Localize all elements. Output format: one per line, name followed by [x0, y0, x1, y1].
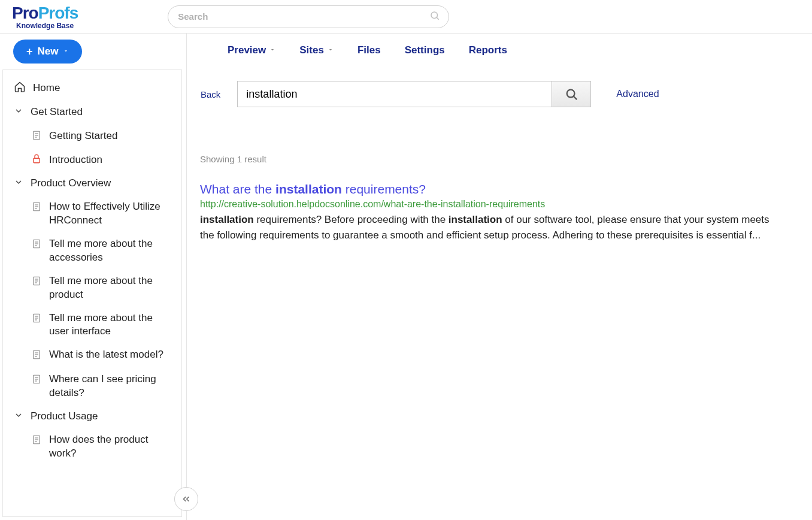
results-count: Showing 1 result [200, 154, 775, 164]
sidebar: + New HomeGet StartedGetting StartedIntr… [0, 34, 187, 520]
tab-label: Files [357, 44, 381, 56]
sidebar-item-doc[interactable]: How to Effectively Utilize HRConnect [3, 195, 181, 232]
svg-rect-6 [34, 158, 40, 163]
sidebar-item-doc[interactable]: Tell me more about the user interface [3, 307, 181, 344]
result-title[interactable]: What are the installation requirements? [200, 182, 775, 196]
topbar: ProProfs Knowledge Base [0, 0, 812, 34]
chevron-down-icon [14, 410, 23, 423]
tab-label: Settings [405, 44, 445, 56]
sidebar-item-doc[interactable]: Tell me more about the accessories [3, 232, 181, 270]
svg-point-35 [567, 90, 575, 98]
svg-line-36 [574, 96, 577, 100]
sidebar-item-doc[interactable]: Getting Started [3, 124, 181, 149]
search-button[interactable] [552, 81, 591, 107]
sidebar-item-label: Tell me more about the accessories [49, 237, 174, 265]
tab-label: Reports [469, 44, 507, 56]
svg-point-0 [431, 12, 438, 19]
tab-label: Preview [228, 44, 266, 56]
document-icon [31, 374, 42, 388]
search-results: Showing 1 result What are the installati… [200, 154, 775, 243]
sidebar-item-label: How does the product work? [49, 433, 174, 461]
back-link[interactable]: Back [201, 89, 220, 99]
chevron-down-icon [269, 47, 275, 54]
sidebar-item-label: What is the latest model? [49, 348, 174, 362]
document-icon [31, 349, 42, 363]
home-icon [14, 81, 26, 96]
sidebar-section[interactable]: Product Overview [3, 172, 181, 195]
sidebar-item-label: How to Effectively Utilize HRConnect [49, 200, 174, 228]
document-icon [31, 434, 42, 448]
sidebar-item-doc[interactable]: Tell me more about the product [3, 270, 181, 307]
logo-part1: Pro [12, 4, 38, 22]
nav-tree[interactable]: HomeGet StartedGetting StartedIntroducti… [2, 69, 182, 517]
document-icon [31, 201, 42, 215]
sidebar-item-label: Introduction [49, 153, 174, 167]
search-row: Back Advanced [201, 66, 799, 107]
top-search-input[interactable] [178, 11, 425, 22]
advanced-link[interactable]: Advanced [616, 89, 659, 99]
plus-icon: + [26, 46, 33, 58]
result-snippet: installation requirements? Before procee… [200, 212, 775, 243]
document-icon [31, 276, 42, 289]
sidebar-item-label: Getting Started [49, 129, 174, 143]
chevron-down-icon [328, 47, 334, 54]
logo[interactable]: ProProfs Knowledge Base [12, 4, 78, 30]
tabnav: PreviewSitesFilesSettingsReports [187, 34, 812, 67]
sidebar-section[interactable]: Product Usage [3, 405, 181, 428]
sidebar-item-label: Where can I see pricing details? [49, 373, 174, 400]
document-icon [31, 238, 42, 252]
document-icon [31, 313, 42, 326]
sidebar-item-label: Tell me more about the product [49, 274, 174, 302]
sidebar-item-label: Tell me more about the user interface [49, 312, 174, 339]
sidebar-item-doc[interactable]: How does the product work? [3, 428, 181, 465]
new-button[interactable]: + New [13, 40, 82, 64]
search-icon[interactable] [429, 10, 440, 23]
chevron-down-icon [14, 177, 23, 190]
tab-reports[interactable]: Reports [469, 44, 507, 56]
tab-label: Sites [299, 44, 324, 56]
tab-preview[interactable]: Preview [228, 44, 275, 56]
logo-sub: Knowledge Base [16, 22, 74, 30]
sidebar-section[interactable]: Get Started [3, 101, 181, 124]
result-url[interactable]: http://creative-solution.helpdocsonline.… [200, 199, 775, 210]
search-input[interactable] [237, 81, 552, 107]
sidebar-item-doc[interactable]: What is the latest model? [3, 343, 181, 368]
new-button-label: New [38, 46, 59, 58]
sidebar-item-doc[interactable]: Where can I see pricing details? [3, 368, 181, 405]
sidebar-item-locked[interactable]: Introduction [3, 149, 181, 172]
tab-files[interactable]: Files [357, 44, 381, 56]
svg-line-1 [437, 17, 439, 19]
tab-settings[interactable]: Settings [405, 44, 445, 56]
search-box [237, 81, 591, 107]
sidebar-item-home[interactable]: Home [3, 76, 181, 101]
sidebar-item-label: Product Usage [31, 410, 174, 424]
document-icon [31, 130, 42, 144]
sidebar-item-label: Get Started [31, 105, 174, 119]
top-search[interactable] [168, 5, 449, 28]
collapse-sidebar-button[interactable] [174, 487, 198, 511]
logo-part2: Profs [38, 4, 78, 22]
chevron-down-icon [14, 106, 23, 119]
lock-icon [31, 153, 42, 167]
sidebar-item-label: Home [33, 81, 174, 95]
tab-sites[interactable]: Sites [299, 44, 334, 56]
chevron-down-icon [63, 47, 69, 56]
sidebar-item-label: Product Overview [31, 177, 174, 191]
